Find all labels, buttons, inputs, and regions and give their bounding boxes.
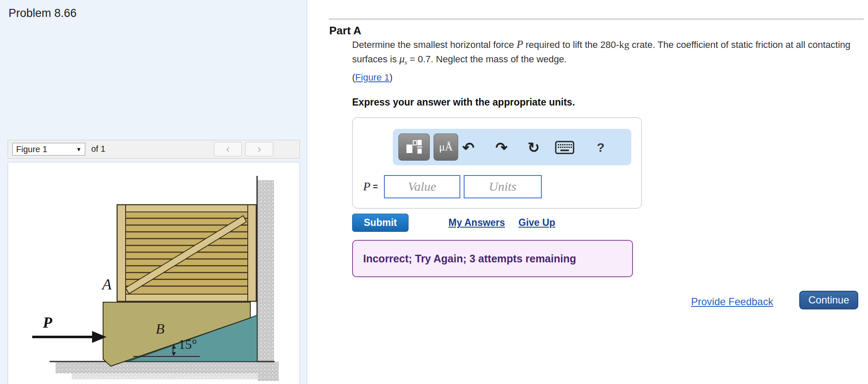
submit-button[interactable]: Submit	[352, 214, 409, 232]
reset-icon[interactable]: ↻	[524, 138, 543, 157]
wedge-label: B	[156, 321, 165, 337]
units-button[interactable]: μÅ	[434, 134, 458, 161]
paren-close: )	[389, 72, 392, 83]
undo-icon[interactable]: ↶	[459, 138, 478, 157]
figure-prev-button[interactable]: ‹	[214, 142, 242, 156]
crate-bottom-rail	[117, 294, 256, 301]
chevron-down-icon: ▼	[76, 146, 81, 153]
my-answers-link[interactable]: My Answers	[448, 217, 505, 228]
statement-text-1: Determine the smallest horizontal force	[352, 39, 517, 50]
value-input[interactable]	[384, 175, 460, 198]
statement-text-2: required to lift the 280-	[523, 39, 619, 50]
give-up-link[interactable]: Give Up	[518, 217, 555, 228]
force-label: P	[42, 314, 53, 331]
equation-toolbar: μÅ ↶ ↷ ↻ ?	[393, 129, 631, 165]
redo-icon[interactable]: ↷	[492, 138, 511, 157]
answer-row: P =	[363, 174, 545, 199]
figure-sidebar: Problem 8.66 Figure 1 ▼ of 1 ‹ ›	[0, 0, 307, 384]
figure-viewport: 15° P A B	[8, 162, 300, 384]
ground-shading-soft	[72, 373, 271, 379]
part-divider-rule	[329, 18, 864, 20]
crate-label: A	[101, 276, 112, 293]
templates-button[interactable]	[398, 134, 430, 161]
ground-shading	[56, 362, 275, 373]
crate-right-rail	[248, 205, 256, 301]
continue-button[interactable]: Continue	[799, 291, 858, 309]
templates-icon	[405, 139, 423, 155]
units-input[interactable]	[464, 175, 542, 198]
figure-next-button[interactable]: ›	[245, 142, 273, 156]
answer-box: μÅ ↶ ↷ ↻ ? P =	[352, 117, 642, 209]
problem-statement: Determine the smallest horizontal force …	[352, 37, 864, 70]
figure-select-dropdown[interactable]: Figure 1 ▼	[12, 143, 85, 156]
figure-count-label: of 1	[91, 144, 105, 154]
keyboard-icon[interactable]	[555, 140, 574, 159]
page-title: Problem 8.66	[8, 7, 77, 20]
feedback-box: Incorrect; Try Again; 3 attempts remaini…	[352, 240, 633, 277]
angle-label: 15°	[179, 337, 197, 352]
mu-symbol: μ	[399, 53, 405, 64]
figure-select-value: Figure 1	[16, 145, 47, 154]
equals-sign: =	[373, 182, 378, 192]
crate-top-rail	[117, 205, 256, 212]
figure-reference: (Figure 1)	[352, 72, 392, 83]
figure-selector-bar: Figure 1 ▼ of 1 ‹ ›	[8, 140, 300, 159]
answer-instruction: Express your answer with the appropriate…	[352, 97, 575, 108]
answer-variable-label: P	[363, 180, 370, 193]
provide-feedback-link[interactable]: Provide Feedback	[691, 296, 773, 308]
force-symbol: P	[517, 39, 523, 50]
part-heading: Part A	[329, 24, 361, 37]
wall-shading	[258, 180, 274, 362]
mass-unit: kg	[619, 39, 629, 50]
units-button-label: μÅ	[439, 141, 453, 153]
help-icon[interactable]: ?	[591, 138, 610, 157]
statement-text-4: = 0.7. Neglect the mass of the wedge.	[407, 54, 567, 64]
figure-image: 15° P A B	[8, 162, 300, 384]
feedback-message: Incorrect; Try Again; 3 attempts remaini…	[363, 253, 576, 265]
figure-link[interactable]: Figure 1	[355, 72, 389, 83]
crate-left-rail	[117, 205, 126, 301]
